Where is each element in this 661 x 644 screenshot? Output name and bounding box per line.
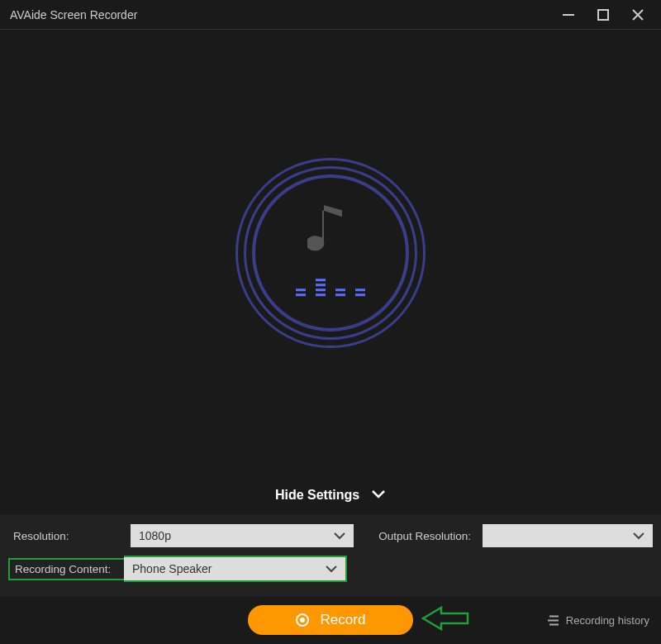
svg-rect-1 xyxy=(598,10,608,20)
music-note-icon xyxy=(307,200,354,260)
settings-panel: Resolution: 1080p Output Resolution: Rec… xyxy=(0,514,661,597)
hide-settings-label: Hide Settings xyxy=(275,488,359,503)
window-controls xyxy=(555,3,651,26)
record-icon xyxy=(296,613,309,627)
close-button[interactable] xyxy=(625,3,651,26)
titlebar: AVAide Screen Recorder xyxy=(0,0,661,30)
chevron-down-icon xyxy=(326,565,337,573)
arrow-annotation xyxy=(421,604,471,636)
hide-settings-toggle[interactable]: Hide Settings xyxy=(0,476,661,514)
settings-row-recording-content: Recording Content: Phone Speaker xyxy=(8,556,653,582)
maximize-icon xyxy=(597,9,609,21)
equalizer-icon xyxy=(296,276,365,296)
recording-history-button[interactable]: Recording history xyxy=(546,614,649,627)
visualizer-center xyxy=(296,200,365,296)
audio-visualizer xyxy=(235,158,426,348)
footer: Record Recording history xyxy=(0,597,661,643)
svg-marker-4 xyxy=(423,608,468,629)
app-title: AVAide Screen Recorder xyxy=(10,8,137,21)
record-label: Record xyxy=(321,612,366,628)
record-button[interactable]: Record xyxy=(248,605,413,635)
maximize-button[interactable] xyxy=(590,3,616,26)
chevron-down-icon xyxy=(371,488,386,503)
minimize-button[interactable] xyxy=(555,3,582,26)
output-resolution-label: Output Resolution: xyxy=(360,527,476,546)
arrow-left-icon xyxy=(421,604,471,632)
output-resolution-select[interactable] xyxy=(483,524,653,547)
close-icon xyxy=(631,8,644,21)
recording-content-label: Recording Content: xyxy=(8,558,124,580)
recording-history-label: Recording history xyxy=(566,614,649,627)
recording-content-value: Phone Speaker xyxy=(132,562,212,575)
list-icon xyxy=(546,614,559,626)
resolution-label: Resolution: xyxy=(8,527,124,546)
recording-content-select[interactable]: Phone Speaker xyxy=(124,557,345,580)
resolution-select[interactable]: 1080p xyxy=(131,524,354,547)
chevron-down-icon xyxy=(334,532,345,540)
chevron-down-icon xyxy=(633,532,644,540)
main-content xyxy=(0,30,661,476)
settings-row-resolution: Resolution: 1080p Output Resolution: xyxy=(8,524,653,547)
minimize-icon xyxy=(562,8,575,21)
resolution-value: 1080p xyxy=(139,529,171,542)
